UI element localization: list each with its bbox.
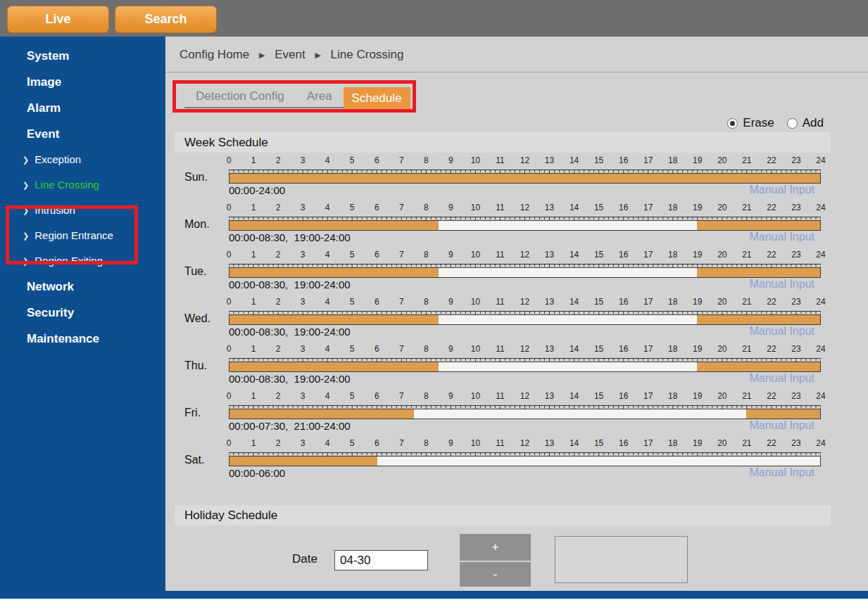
hour-tick-label: 16	[619, 391, 628, 401]
hour-tick-label: 12	[520, 391, 529, 401]
time-range-text: 00:00-08:30, 19:00-24:00	[229, 231, 351, 243]
remove-holiday-button[interactable]: -	[460, 562, 531, 587]
add-holiday-button[interactable]: +	[460, 534, 531, 561]
breadcrumb-event[interactable]: Event	[275, 48, 305, 61]
manual-input-link[interactable]: Manual Input	[749, 231, 814, 243]
sidebar-item-region-entrance[interactable]: ❯Region Entrance	[0, 223, 165, 248]
manual-input-link[interactable]: Manual Input	[749, 419, 814, 432]
hour-tick-label: 15	[594, 344, 603, 354]
hour-tick-label: 14	[570, 297, 579, 307]
hour-tick-label: 14	[570, 155, 579, 165]
hour-tick-label: 8	[424, 344, 429, 354]
hour-tick-label: 3	[301, 250, 306, 260]
hour-tick-label: 13	[545, 438, 554, 448]
chevron-right-icon: ❯	[23, 198, 29, 223]
hour-tick-label: 24	[816, 155, 825, 165]
schedule-bar[interactable]	[229, 362, 821, 372]
hour-tick-label: 16	[619, 155, 628, 165]
sidebar-item-image[interactable]: Image	[0, 69, 165, 95]
sidebar-item-label: Image	[27, 75, 61, 89]
hour-tick-label: 0	[227, 297, 232, 307]
time-range-text: 00:00-24:00	[229, 184, 285, 196]
hour-tick-label: 21	[742, 250, 751, 260]
manual-input-link[interactable]: Manual Input	[749, 278, 814, 291]
sidebar-item-system[interactable]: System	[0, 43, 165, 69]
schedule-bar[interactable]	[229, 314, 821, 325]
hour-tick-label: 18	[668, 438, 677, 448]
schedule-bar[interactable]	[229, 409, 821, 419]
manual-input-link[interactable]: Manual Input	[749, 372, 814, 385]
chevron-right-icon: ❯	[23, 147, 29, 172]
schedule-row-tue: Tue.012345678910111213141516171819202122…	[175, 248, 868, 295]
breadcrumb-config-home[interactable]: Config Home	[180, 48, 249, 61]
schedule-bar[interactable]	[229, 267, 821, 278]
hour-tick-label: 9	[448, 438, 453, 448]
hour-tick-label: 4	[325, 203, 330, 212]
schedule-row-fri: Fri.012345678910111213141516171819202122…	[175, 389, 868, 436]
search-button[interactable]: Search	[115, 6, 217, 33]
chevron-right-icon: ❯	[23, 248, 29, 274]
time-range-text: 00:00-08:30, 19:00-24:00	[229, 373, 351, 385]
holiday-schedule-header: Holiday Schedule	[175, 505, 831, 525]
schedule-track: 0123456789101112131415161718192021222324…	[229, 436, 821, 447]
hour-tick-label: 15	[594, 155, 603, 165]
schedule-segment	[229, 221, 439, 230]
sidebar-item-intrusion[interactable]: ❯Intrusion	[0, 198, 165, 223]
hour-tick-label: 21	[742, 297, 751, 307]
hour-tick-label: 2	[276, 203, 281, 212]
tab-detection-config[interactable]: Detection Config	[184, 89, 296, 103]
hour-tick-label: 17	[643, 438, 653, 448]
hour-tick-label: 22	[767, 250, 776, 260]
schedule-segment	[229, 268, 439, 277]
tab-area[interactable]: Area	[296, 89, 344, 103]
hour-tick-label: 6	[375, 203, 379, 212]
hour-tick-label: 10	[471, 438, 480, 448]
sidebar-item-alarm[interactable]: Alarm	[0, 95, 165, 121]
sidebar-item-maintenance[interactable]: Maintenance	[0, 326, 165, 352]
manual-input-link[interactable]: Manual Input	[749, 184, 814, 196]
hour-tick-label: 1	[251, 391, 256, 401]
sidebar-item-event[interactable]: Event	[0, 121, 165, 147]
holiday-list-box[interactable]	[555, 536, 688, 583]
hour-tick-label: 13	[545, 203, 554, 212]
sidebar-item-label: Maintenance	[27, 332, 99, 345]
hour-tick-label: 7	[399, 155, 404, 165]
schedule-bar[interactable]	[229, 220, 821, 231]
day-label: Thu.	[184, 359, 207, 372]
manual-input-link[interactable]: Manual Input	[749, 325, 814, 338]
date-input[interactable]	[334, 550, 428, 570]
main-content: Config Home ▶ Event ▶ Line Crossing Dete…	[165, 37, 868, 591]
hour-tick-label: 24	[816, 203, 825, 212]
radio-option-add[interactable]: Add	[787, 116, 824, 130]
tab-schedule[interactable]: Schedule	[344, 87, 410, 109]
sidebar-item-exception[interactable]: ❯Exception	[0, 147, 165, 172]
hour-labels: 0123456789101112131415161718192021222324	[229, 250, 821, 261]
hour-tick-label: 13	[545, 391, 554, 401]
manual-input-link[interactable]: Manual Input	[749, 466, 814, 479]
hour-tick-label: 8	[424, 250, 429, 260]
sidebar-item-line-crossing[interactable]: ❯Line Crossing	[0, 172, 165, 198]
hour-tick-label: 23	[791, 391, 800, 401]
hour-tick-label: 7	[399, 438, 404, 448]
hour-tick-label: 6	[375, 250, 379, 260]
time-range-text: 00:00-06:00	[229, 467, 285, 479]
hour-tick-label: 18	[668, 203, 677, 212]
live-button[interactable]: Live	[7, 6, 109, 33]
hour-tick-label: 22	[767, 297, 776, 307]
sidebar-menu: SystemImageAlarmEvent❯Exception❯Line Cro…	[0, 43, 165, 352]
mode-radio-group: EraseAdd	[727, 115, 824, 131]
hour-tick-label: 13	[545, 155, 554, 165]
tab-bar: Detection ConfigAreaSchedule	[176, 84, 413, 109]
sidebar-item-region-exiting[interactable]: ❯Region Exiting	[0, 248, 165, 274]
breadcrumb-line-crossing[interactable]: Line Crossing	[331, 48, 404, 61]
hour-tick-label: 7	[399, 391, 404, 401]
hour-tick-label: 7	[399, 250, 404, 260]
schedule-bar[interactable]	[229, 173, 821, 184]
hour-labels: 0123456789101112131415161718192021222324	[229, 155, 821, 167]
sidebar-item-network[interactable]: Network	[0, 274, 165, 300]
schedule-bar[interactable]	[229, 456, 821, 466]
radio-option-erase[interactable]: Erase	[727, 116, 774, 130]
sidebar-item-security[interactable]: Security	[0, 300, 165, 326]
hour-tick-label: 23	[791, 344, 800, 354]
hour-tick-label: 13	[545, 344, 554, 354]
